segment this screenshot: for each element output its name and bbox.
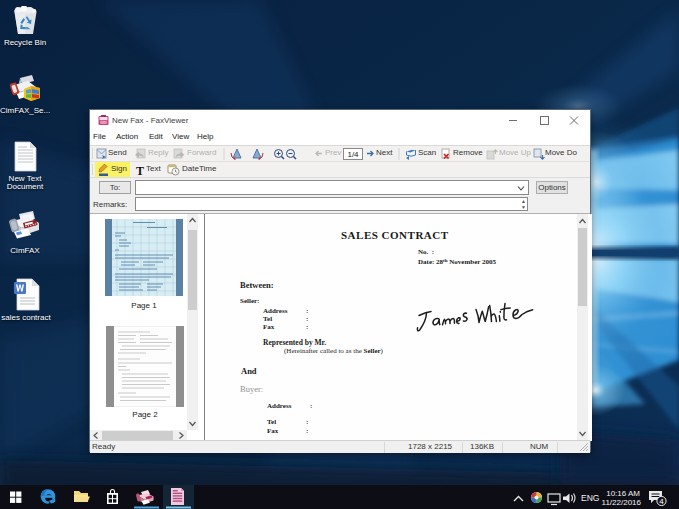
svg-text:10:16 AM: 10:16 AM — [606, 489, 640, 498]
svg-text:ENG: ENG — [581, 493, 599, 503]
svg-text:T: T — [136, 164, 144, 178]
svg-text:4: 4 — [659, 497, 664, 506]
svg-text:1/4: 1/4 — [347, 150, 359, 159]
svg-text:11/22/2016: 11/22/2016 — [602, 498, 642, 507]
